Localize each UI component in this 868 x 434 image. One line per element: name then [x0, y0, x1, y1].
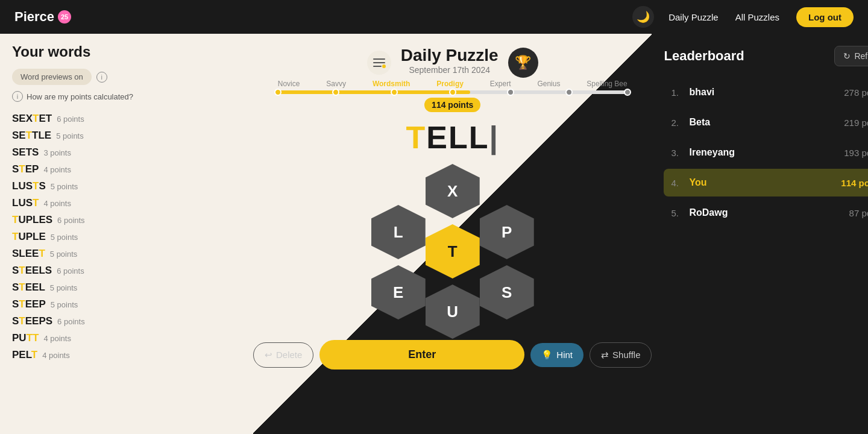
- leaderboard-item-you: 4. You 114 points: [664, 169, 868, 197]
- honeycomb: X L P T E S U: [362, 164, 543, 333]
- level-wordsmith: Wordsmith: [373, 80, 410, 88]
- word-text: TUPLE: [12, 231, 46, 243]
- brand-badge: 25: [58, 10, 71, 24]
- panel-title: Your words: [12, 43, 241, 60]
- all-puzzles-link[interactable]: All Puzzles: [735, 12, 779, 22]
- word-points: 6 points: [57, 216, 85, 225]
- enter-button[interactable]: Enter: [319, 340, 524, 370]
- dot-genius: [565, 89, 573, 96]
- word-points: 5 points: [50, 250, 78, 259]
- word-text: LUST: [12, 197, 39, 209]
- hex-u[interactable]: U: [426, 285, 480, 339]
- name-rodawg: RoDawg: [689, 207, 849, 218]
- delete-icon: ↩: [265, 350, 272, 360]
- word-text: PELT: [12, 349, 37, 361]
- list-item: SEXTET 6 points: [12, 110, 241, 127]
- list-item: STEEPS 6 points: [12, 313, 241, 330]
- word-text: SEXTET: [12, 113, 52, 125]
- word-text: STEEL: [12, 281, 45, 294]
- rank-2: 2.: [671, 118, 689, 128]
- word-points: 6 points: [57, 115, 84, 124]
- word-points: 4 points: [43, 334, 71, 343]
- word-points: 5 points: [51, 233, 78, 242]
- word-text: STEELS: [12, 265, 52, 277]
- puzzle-date: September 17th 2024: [401, 65, 498, 75]
- dot-spelling-bee: [624, 89, 631, 96]
- shuffle-button[interactable]: ⇄ Shuffle: [590, 342, 652, 368]
- word-previews-row: Word previews on i: [12, 69, 241, 85]
- word-text: SETS: [12, 146, 39, 159]
- hint-button[interactable]: 💡 Hint: [530, 343, 583, 367]
- cursor: |: [489, 120, 499, 155]
- logout-button[interactable]: Log out: [796, 7, 854, 27]
- hex-e[interactable]: E: [371, 265, 426, 319]
- moon-icon: 🌙: [637, 10, 650, 24]
- hex-p[interactable]: P: [480, 205, 534, 259]
- trophy-icon: 🏆: [515, 55, 531, 71]
- word-points: 3 points: [43, 148, 71, 157]
- word-text: TUPLES: [12, 214, 52, 226]
- list-item: TUPLES 6 points: [12, 212, 241, 228]
- level-prodigy: Prodigy: [436, 80, 464, 88]
- word-text: STEEP: [12, 298, 46, 310]
- list-item: SLEET 5 points: [12, 245, 241, 262]
- refresh-button[interactable]: ↻ Refresh: [834, 46, 868, 66]
- leaderboard-item-1: 1. bhavi 278 points: [664, 78, 868, 106]
- word-text: STEEPS: [12, 315, 52, 327]
- word-points: 5 points: [50, 283, 78, 292]
- leaderboard-panel: Leaderboard ↻ Refresh 1. bhavi 278 point…: [652, 34, 868, 434]
- delete-button[interactable]: ↩ Delete: [253, 342, 313, 368]
- dot-wordsmith: [391, 89, 398, 96]
- list-item: STEELS 6 points: [12, 262, 241, 279]
- word-points: 6 points: [57, 317, 85, 326]
- dot-expert: [507, 89, 514, 96]
- points-rodawg: 87 points: [849, 208, 868, 218]
- dark-mode-toggle[interactable]: 🌙: [632, 6, 654, 28]
- points-badge: 114 points: [424, 98, 480, 112]
- word-list-icon[interactable]: [367, 51, 391, 75]
- daily-puzzle-link[interactable]: Daily Puzzle: [668, 12, 719, 22]
- points-info-row: i How are my points calculated?: [12, 91, 241, 102]
- points-info-icon[interactable]: i: [12, 91, 23, 102]
- points-ireneyang: 193 points: [844, 148, 868, 158]
- shuffle-icon: ⇄: [601, 350, 609, 360]
- word-text: SETTLE: [12, 130, 51, 142]
- puzzle-header: Daily Puzzle September 17th 2024 🏆: [367, 46, 538, 80]
- leaderboard-title: Leaderboard: [664, 48, 744, 64]
- dot-savvy: [332, 89, 339, 96]
- leaderboard-header: Leaderboard ↻ Refresh: [664, 46, 868, 66]
- word-previews-toggle[interactable]: Word previews on: [12, 69, 92, 85]
- word-previews-info-icon[interactable]: i: [96, 72, 107, 83]
- hex-t-center[interactable]: T: [426, 224, 480, 278]
- dot-prodigy: [449, 89, 456, 96]
- word-text: LUSTS: [12, 180, 46, 192]
- list-item: TUPLE 5 points: [12, 228, 241, 245]
- word-text: STEP: [12, 163, 39, 175]
- word-points: 5 points: [51, 182, 78, 191]
- list-item: SETTLE 5 points: [12, 127, 241, 144]
- rank-4: 4.: [671, 178, 689, 188]
- points-beta: 219 points: [844, 118, 868, 128]
- word-points: 6 points: [57, 266, 84, 275]
- name-you: You: [689, 177, 841, 188]
- leaderboard-list: 1. bhavi 278 points 2. Beta 219 points 3…: [664, 78, 868, 227]
- points-you: 114 points: [841, 178, 868, 188]
- rank-5: 5.: [671, 208, 689, 218]
- level-spelling-bee: Spelling Bee: [587, 80, 627, 88]
- list-item: STEEP 5 points: [12, 296, 241, 313]
- refresh-icon: ↻: [843, 51, 851, 61]
- leaderboard-item-2: 2. Beta 219 points: [664, 108, 868, 136]
- level-genius: Genius: [537, 80, 560, 88]
- word-points: 5 points: [56, 131, 84, 140]
- hex-s[interactable]: S: [480, 265, 534, 319]
- svg-point-3: [382, 64, 386, 68]
- word-points: 5 points: [51, 300, 78, 309]
- rank-3: 3.: [671, 148, 689, 158]
- hex-l[interactable]: L: [371, 205, 426, 259]
- word-letter-e: ELL: [426, 120, 489, 155]
- hex-x[interactable]: X: [426, 164, 480, 218]
- trophy-button[interactable]: 🏆: [508, 48, 538, 78]
- word-points: 4 points: [43, 165, 71, 174]
- progress-bar: [278, 90, 627, 94]
- dot-novice: [274, 89, 281, 96]
